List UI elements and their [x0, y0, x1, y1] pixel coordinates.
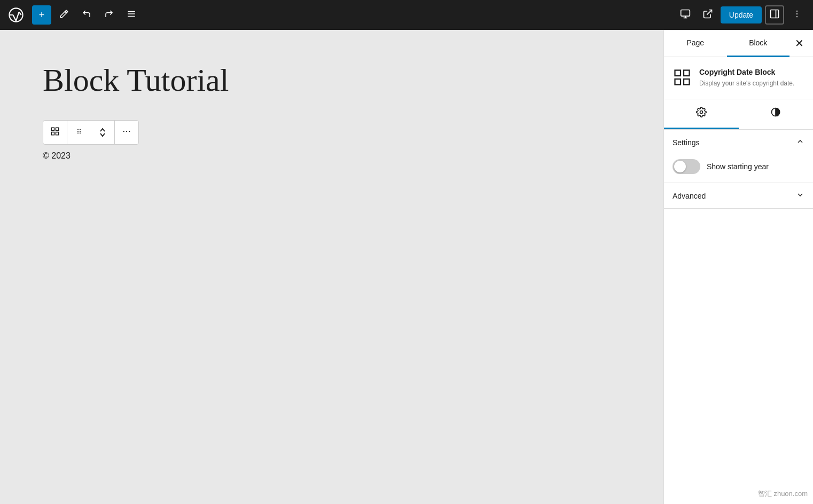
svg-point-25	[129, 131, 130, 132]
close-icon: ✕	[795, 37, 804, 50]
block-description-label: Display your site's copyright date.	[699, 78, 804, 88]
advanced-panel-header[interactable]: Advanced	[664, 183, 813, 208]
svg-rect-4	[681, 10, 690, 16]
pen-icon	[59, 9, 69, 21]
gear-icon	[696, 107, 707, 120]
main-toolbar: +	[0, 0, 813, 30]
svg-point-24	[126, 131, 127, 132]
svg-point-21	[77, 132, 79, 133]
block-more-group	[115, 121, 138, 144]
toolbar-right: Update	[676, 5, 807, 25]
watermark: 智汇 zhuon.com	[758, 489, 808, 499]
settings-icon-tab[interactable]	[664, 99, 739, 129]
sidebar-icon	[769, 9, 780, 22]
close-sidebar-button[interactable]: ✕	[789, 32, 813, 55]
toggle-track	[673, 159, 700, 174]
show-starting-year-toggle[interactable]	[673, 159, 700, 174]
svg-point-19	[77, 131, 79, 132]
main-area: Block Tutorial	[0, 30, 813, 504]
dots-grid-icon	[75, 127, 83, 138]
contrast-icon	[770, 107, 781, 120]
settings-panel-content: Show starting year	[664, 155, 813, 183]
svg-rect-27	[684, 70, 690, 76]
chevron-down-icon	[796, 191, 804, 201]
svg-point-11	[796, 13, 798, 14]
block-name-label: Copyright Date Block	[699, 68, 804, 76]
show-starting-year-row: Show starting year	[673, 159, 804, 174]
external-link-icon	[702, 9, 713, 22]
settings-panel-title: Settings	[673, 138, 700, 147]
block-type-group	[43, 121, 67, 144]
svg-point-22	[80, 132, 81, 133]
wp-logo	[6, 5, 26, 25]
block-type-button[interactable]	[43, 121, 67, 144]
redo-icon	[104, 9, 114, 21]
svg-line-7	[707, 10, 712, 14]
undo-icon	[82, 9, 91, 21]
sidebar-toggle-button[interactable]	[765, 5, 784, 25]
svg-rect-28	[675, 79, 681, 85]
drag-handle-button[interactable]	[67, 121, 91, 144]
page-title: Block Tutorial	[43, 62, 523, 99]
edit-button[interactable]	[54, 5, 74, 25]
ellipsis-icon	[122, 127, 131, 138]
settings-panel-header[interactable]: Settings	[664, 130, 813, 155]
block-info: Copyright Date Block Display your site's…	[664, 57, 813, 99]
redo-button[interactable]	[99, 5, 119, 25]
desktop-view-button[interactable]	[676, 5, 695, 25]
tab-page[interactable]: Page	[664, 30, 727, 57]
svg-point-17	[77, 129, 79, 130]
svg-rect-16	[56, 132, 59, 135]
page-content: Block Tutorial	[43, 62, 523, 161]
svg-point-30	[700, 111, 702, 114]
svg-rect-14	[56, 128, 59, 130]
show-starting-year-label: Show starting year	[707, 162, 769, 171]
svg-rect-15	[51, 132, 54, 135]
svg-rect-13	[51, 128, 54, 130]
desktop-icon	[680, 9, 691, 22]
list-view-icon	[127, 9, 136, 21]
settings-panel: Settings Show starting year	[664, 130, 813, 183]
block-more-button[interactable]	[115, 121, 138, 144]
svg-point-23	[123, 131, 124, 132]
svg-point-18	[80, 129, 81, 130]
ellipsis-vertical-icon	[792, 9, 802, 21]
list-view-button[interactable]	[122, 5, 141, 25]
add-block-button[interactable]: +	[32, 5, 51, 25]
update-button[interactable]: Update	[721, 6, 762, 23]
advanced-panel-title: Advanced	[673, 192, 706, 200]
svg-point-20	[80, 131, 81, 132]
external-link-button[interactable]	[698, 5, 717, 25]
sidebar: Page Block ✕ Copyright Date Block Displa…	[663, 30, 813, 504]
svg-point-10	[796, 10, 798, 11]
advanced-panel: Advanced	[664, 183, 813, 209]
svg-rect-29	[684, 79, 690, 85]
more-options-button[interactable]	[787, 5, 807, 25]
tab-block[interactable]: Block	[727, 30, 790, 57]
editor-canvas: Block Tutorial	[0, 30, 663, 504]
undo-button[interactable]	[77, 5, 96, 25]
grid-icon	[50, 127, 60, 138]
block-info-text: Copyright Date Block Display your site's…	[699, 68, 804, 88]
svg-point-12	[796, 16, 798, 17]
copyright-text: © 2023	[43, 151, 523, 161]
chevron-up-icon	[796, 137, 804, 147]
block-icon	[673, 68, 692, 87]
updown-icon	[99, 127, 106, 138]
plus-icon: +	[39, 10, 45, 21]
sidebar-icon-tabs	[664, 99, 813, 130]
move-up-down-button[interactable]	[91, 121, 114, 144]
block-drag-group	[67, 121, 115, 144]
svg-rect-26	[675, 70, 681, 76]
styles-icon-tab[interactable]	[739, 99, 814, 129]
toggle-thumb	[674, 161, 686, 172]
sidebar-tabs: Page Block ✕	[664, 30, 813, 57]
svg-rect-8	[771, 10, 779, 18]
block-toolbar	[43, 120, 139, 145]
